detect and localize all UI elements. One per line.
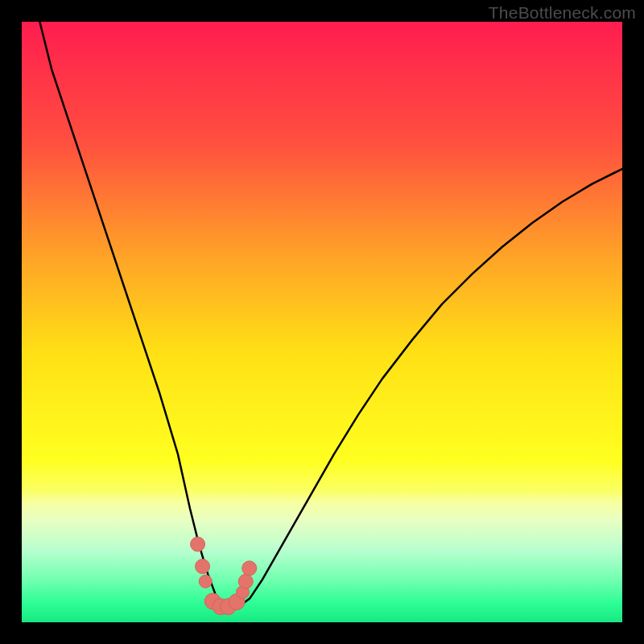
curve-marker xyxy=(196,559,210,574)
curve-marker xyxy=(191,537,205,551)
chart-svg xyxy=(22,22,622,622)
bottleneck-curve xyxy=(39,22,622,607)
curve-marker xyxy=(199,575,212,588)
curve-marker xyxy=(242,561,257,576)
curve-marker xyxy=(238,574,253,588)
watermark-text: TheBottleneck.com xyxy=(489,3,636,23)
chart-frame: TheBottleneck.com xyxy=(0,0,644,644)
